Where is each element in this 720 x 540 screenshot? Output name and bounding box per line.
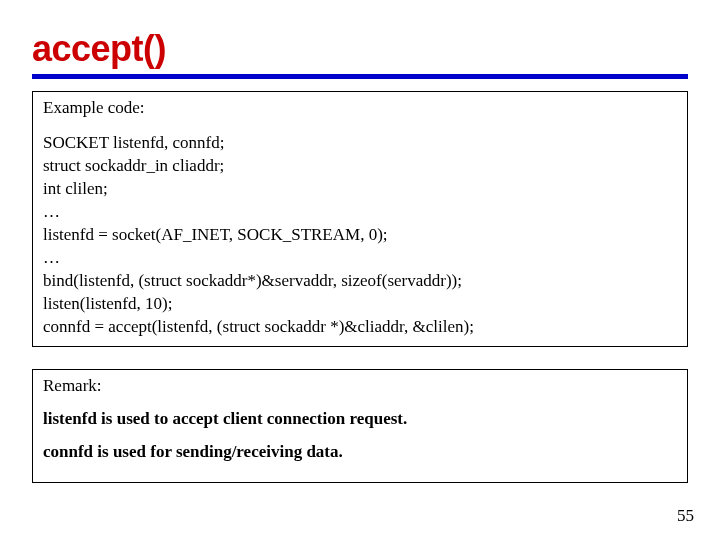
- slide-title: accept(): [32, 28, 688, 70]
- title-rule: [32, 74, 688, 79]
- remark-term: listenfd: [43, 409, 97, 428]
- remark-line-1: listenfd is used to accept client connec…: [43, 408, 677, 431]
- code-line: int clilen;: [43, 178, 677, 201]
- code-line: …: [43, 201, 677, 224]
- remark-line-2: connfd is used for sending/receiving dat…: [43, 441, 677, 464]
- example-label: Example code:: [43, 98, 677, 118]
- remark-text: is used to accept client connection requ…: [97, 409, 407, 428]
- code-line: listen(listenfd, 10);: [43, 293, 677, 316]
- code-line: bind(listenfd, (struct sockaddr*)&servad…: [43, 270, 677, 293]
- code-line: SOCKET listenfd, connfd;: [43, 132, 677, 155]
- remark-label: Remark:: [43, 376, 677, 396]
- remark-term: connfd: [43, 442, 93, 461]
- remark-text: is used for sending/receiving data.: [93, 442, 343, 461]
- page-number: 55: [677, 506, 694, 526]
- example-code-box: Example code: SOCKET listenfd, connfd; s…: [32, 91, 688, 347]
- slide-content: accept() Example code: SOCKET listenfd, …: [0, 0, 720, 483]
- code-line: …: [43, 247, 677, 270]
- code-line: struct sockaddr_in cliaddr;: [43, 155, 677, 178]
- code-line: listenfd = socket(AF_INET, SOCK_STREAM, …: [43, 224, 677, 247]
- code-line: connfd = accept(listenfd, (struct sockad…: [43, 316, 677, 339]
- remark-box: Remark: listenfd is used to accept clien…: [32, 369, 688, 483]
